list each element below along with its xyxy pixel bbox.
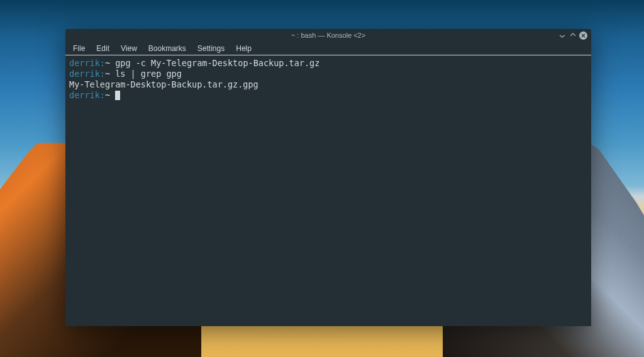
menu-bookmarks[interactable]: Bookmarks	[143, 43, 191, 54]
prompt-path: ~	[105, 90, 110, 100]
menubar: File Edit View Bookmarks Settings Help	[65, 42, 591, 55]
terminal-area[interactable]: derrik:~ gpg -c My-Telegram-Desktop-Back…	[65, 55, 591, 326]
menu-file[interactable]: File	[68, 43, 90, 54]
prompt-path: ~	[105, 69, 110, 79]
terminal-line: My-Telegram-Desktop-Backup.tar.gz.gpg	[69, 79, 587, 90]
command-text: ls | grep gpg	[115, 69, 182, 79]
prompt-path: ~	[105, 58, 110, 68]
prompt-user: derrik:	[69, 58, 105, 68]
konsole-window: ~ : bash — Konsole <2> File Edit View Bo…	[65, 29, 591, 326]
window-title: ~ : bash — Konsole <2>	[107, 31, 550, 39]
terminal-line: derrik:~ gpg -c My-Telegram-Desktop-Back…	[69, 58, 587, 69]
menu-view[interactable]: View	[116, 43, 142, 54]
window-titlebar[interactable]: ~ : bash — Konsole <2>	[65, 29, 591, 42]
menu-help[interactable]: Help	[231, 43, 257, 54]
close-icon[interactable]	[579, 31, 587, 40]
output-text: My-Telegram-Desktop-Backup.tar.gz.gpg	[69, 79, 258, 89]
terminal-line: derrik:~	[69, 90, 587, 101]
menu-edit[interactable]: Edit	[91, 43, 114, 54]
maximize-icon[interactable]	[569, 31, 577, 40]
minimize-icon[interactable]	[558, 31, 566, 40]
cursor-icon	[115, 91, 120, 100]
prompt-user: derrik:	[69, 90, 105, 100]
command-text: gpg -c My-Telegram-Desktop-Backup.tar.gz	[115, 58, 319, 68]
prompt-user: derrik:	[69, 69, 105, 79]
terminal-line: derrik:~ ls | grep gpg	[69, 69, 587, 79]
menu-settings[interactable]: Settings	[192, 43, 230, 54]
